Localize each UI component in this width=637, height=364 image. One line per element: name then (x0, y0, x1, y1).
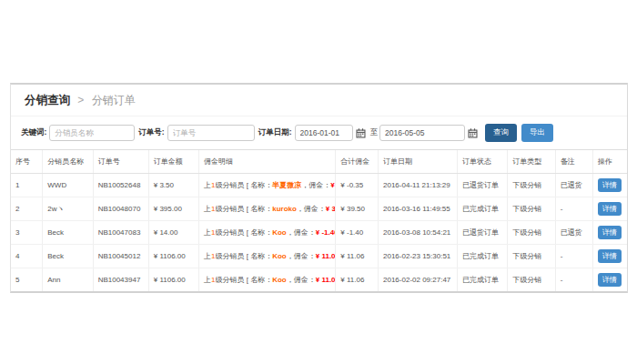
cell-total-commission: ¥ 11.06 (336, 268, 379, 292)
cell-commission-detail: 上1级分销员 [ 名称：Koo，佣金：¥ -1.40 ] (199, 221, 336, 245)
calendar-icon[interactable] (356, 128, 366, 138)
cell-distributor-name: WWD (43, 174, 93, 197)
cell-order-type: 下级分销 (508, 245, 555, 268)
cell-remark: 已退货 (555, 221, 592, 245)
column-header: 订单号 (93, 150, 148, 174)
table-row: 4BeckNB10045012¥ 1106.00上1级分销员 [ 名称：Koo，… (11, 245, 627, 268)
detail-button[interactable]: 详情 (598, 249, 622, 263)
cell-order-status: 已退货订单 (457, 221, 507, 245)
date-end-input[interactable] (379, 125, 465, 141)
table-row: 22wヽNB10048070¥ 395.00上1级分销员 [ 名称：kuroko… (11, 197, 627, 221)
cell-order-no: NB10047083 (93, 221, 148, 245)
cell-order-no: NB10043947 (93, 268, 148, 292)
table-row: 1WWDNB10052648¥ 3.50上1级分销员 [ 名称：半夏微凉，佣金：… (11, 174, 627, 197)
column-header: 序号 (11, 150, 43, 174)
cell-index: 4 (11, 245, 43, 268)
detail-button[interactable]: 详情 (598, 202, 622, 216)
cell-commission-detail: 上1级分销员 [ 名称：Koo，佣金：¥ 11.06 ] (199, 268, 336, 292)
order-no-input[interactable] (167, 125, 255, 141)
cell-distributor-name: Beck (43, 221, 93, 245)
cell-order-no: NB10045012 (93, 245, 148, 268)
orders-table: 序号分销员名称订单号订单金额佣金明细合计佣金订单日期订单状态订单类型备注操作 1… (11, 150, 627, 291)
header-row: 序号分销员名称订单号订单金额佣金明细合计佣金订单日期订单状态订单类型备注操作 (11, 150, 627, 174)
keyword-input[interactable] (49, 125, 135, 141)
cell-action: 详情 (592, 268, 627, 292)
cell-order-amount: ¥ 1106.00 (148, 245, 198, 268)
breadcrumb-section[interactable]: 分销查询 (25, 94, 70, 106)
cell-remark: - (555, 245, 592, 268)
distribution-orders-panel: 分销查询 > 分销订单 关键词: 订单号: 订单日期: 至 (10, 83, 628, 293)
cell-action: 详情 (592, 197, 627, 221)
cell-remark: 已退货 (555, 174, 592, 197)
cell-commission-detail: 上1级分销员 [ 名称：Koo，佣金：¥ 11.06 ] (199, 245, 336, 268)
cell-distributor-name: Ann (43, 268, 93, 292)
cell-distributor-name: Beck (43, 245, 93, 268)
table-row: 5AnnNB10043947¥ 1106.00上1级分销员 [ 名称：Koo，佣… (11, 268, 627, 292)
filter-bar: 关键词: 订单号: 订单日期: 至 (11, 116, 627, 150)
cell-commission-detail: 上1级分销员 [ 名称：kuroko，佣金：¥ 39.50 ] (199, 197, 336, 221)
cell-index: 5 (11, 268, 43, 292)
cell-remark: - (555, 197, 592, 221)
cell-order-type: 下级分销 (508, 197, 555, 221)
date-start-input[interactable] (295, 125, 353, 141)
table-row: 3BeckNB10047083¥ 14.00上1级分销员 [ 名称：Koo，佣金… (11, 221, 627, 245)
cell-index: 3 (11, 221, 43, 245)
cell-total-commission: ¥ -1.40 (336, 221, 379, 245)
order-no-label: 订单号: (138, 127, 164, 138)
cell-index: 2 (11, 197, 43, 221)
cell-action: 详情 (592, 174, 627, 197)
export-button[interactable]: 导出 (521, 124, 553, 142)
cell-commission-detail: 上1级分销员 [ 名称：半夏微凉，佣金：¥ -0.35 ] (199, 174, 336, 197)
cell-distributor-name: 2wヽ (43, 197, 93, 221)
column-header: 订单金额 (148, 150, 198, 174)
keyword-label: 关键词: (21, 127, 46, 138)
cell-order-status: 已完成订单 (457, 268, 507, 292)
column-header: 佣金明细 (199, 150, 336, 174)
cell-order-date: 2016-03-16 11:49:55 (379, 197, 458, 221)
cell-index: 1 (11, 174, 43, 197)
column-header: 操作 (592, 150, 627, 174)
cell-order-no: NB10052648 (93, 174, 148, 197)
cell-order-status: 已退货订单 (457, 174, 507, 197)
calendar-icon[interactable] (468, 128, 478, 138)
cell-order-date: 2016-03-08 10:54:21 (379, 221, 458, 245)
cell-total-commission: ¥ -0.35 (336, 174, 379, 197)
order-date-label: 订单日期: (258, 127, 292, 138)
cell-order-no: NB10048070 (93, 197, 148, 221)
detail-button[interactable]: 详情 (598, 178, 622, 192)
breadcrumb-separator: > (77, 94, 84, 106)
column-header: 订单状态 (457, 150, 507, 174)
column-header: 备注 (555, 150, 592, 174)
cell-order-type: 下级分销 (508, 268, 555, 292)
cell-order-amount: ¥ 3.50 (148, 174, 198, 197)
cell-order-status: 已完成订单 (457, 245, 507, 268)
column-header: 合计佣金 (336, 150, 379, 174)
column-header: 分销员名称 (43, 150, 93, 174)
column-header: 订单类型 (508, 150, 555, 174)
cell-remark: - (555, 268, 592, 292)
cell-order-date: 2016-02-02 09:27:47 (379, 268, 458, 292)
cell-order-date: 2016-02-23 15:30:51 (379, 245, 458, 268)
cell-order-amount: ¥ 14.00 (148, 221, 198, 245)
column-header: 订单日期 (379, 150, 458, 174)
cell-order-type: 下级分销 (508, 221, 555, 245)
cell-order-amount: ¥ 395.00 (148, 197, 198, 221)
detail-button[interactable]: 详情 (598, 226, 622, 239)
date-range-separator: 至 (370, 127, 379, 138)
cell-order-type: 下级分销 (508, 174, 555, 197)
cell-order-status: 已完成订单 (457, 197, 507, 221)
breadcrumb-current-page: 分销订单 (92, 94, 136, 106)
search-button[interactable]: 查询 (485, 124, 517, 142)
cell-action: 详情 (592, 245, 627, 268)
cell-order-amount: ¥ 1106.00 (148, 268, 198, 292)
cell-total-commission: ¥ 11.06 (336, 245, 379, 268)
cell-action: 详情 (592, 221, 627, 245)
cell-total-commission: ¥ 39.50 (336, 197, 379, 221)
detail-button[interactable]: 详情 (598, 273, 622, 287)
cell-order-date: 2016-04-11 21:13:29 (379, 174, 458, 197)
breadcrumb: 分销查询 > 分销订单 (11, 85, 627, 116)
